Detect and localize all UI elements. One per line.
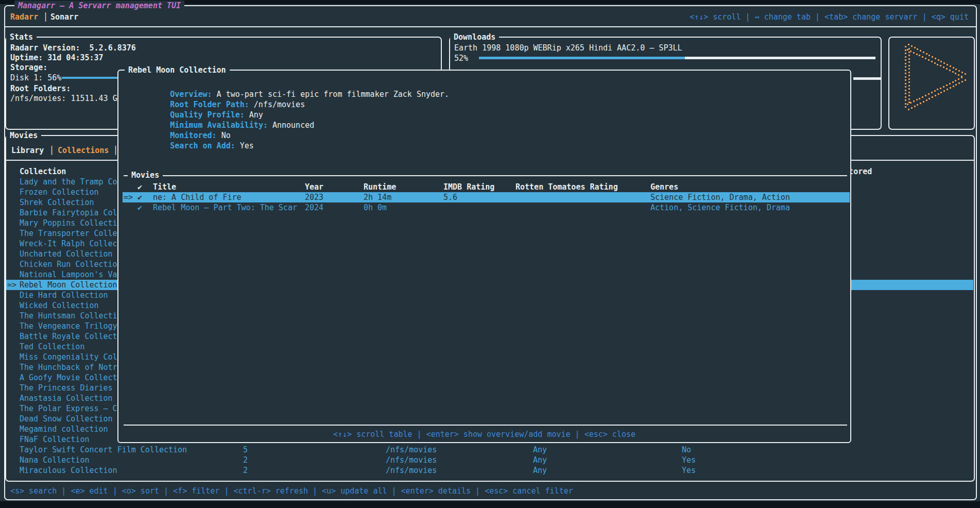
movie-genres: Action, Science Fiction, Drama bbox=[650, 202, 790, 213]
download-item-title: Earth 1998 1080p WEBRip x265 Hindi AAC2.… bbox=[454, 43, 682, 53]
app-title: Managarr – A Servarr management TUI bbox=[14, 1, 184, 11]
movie-title: ne: A Child of Fire bbox=[153, 192, 242, 202]
help-keybindings: <s> search | <e> edit | <o> sort | <f> f… bbox=[10, 486, 573, 496]
download-progress-fill bbox=[479, 57, 685, 59]
top-keybindings: <↑↓> scroll | ↔ change tab | <tab> chang… bbox=[690, 12, 969, 22]
movie-genres: Science Fiction, Drama, Action bbox=[650, 192, 790, 202]
download2-progress-fragment bbox=[853, 77, 881, 80]
uptime: Uptime: 31d 04:35:37 bbox=[10, 53, 104, 63]
terminal-stage: Managarr – A Servarr management TUI Rada… bbox=[0, 4, 980, 501]
movie-title: Rebel Moon – Part Two: The Scar bbox=[153, 202, 297, 213]
movie-year: 2024 bbox=[305, 202, 323, 213]
tab-radarr[interactable]: Radarr bbox=[10, 12, 38, 22]
collection-details-modal: Rebel Moon Collection Overview:A two-par… bbox=[117, 70, 851, 443]
downloads-panel-title: Downloads bbox=[450, 32, 499, 42]
download-progress-bar bbox=[479, 57, 875, 59]
header-divider bbox=[4, 26, 977, 27]
monitored-check-icon: ✔ bbox=[137, 202, 142, 213]
stats-panel-title: Stats bbox=[6, 32, 37, 42]
logo-panel bbox=[888, 37, 975, 130]
movie-runtime: 2h 14m bbox=[364, 192, 391, 202]
movies-panel-title: Movies bbox=[6, 130, 41, 141]
disk-usage-label: Disk 1: 56% bbox=[10, 73, 61, 83]
play-triangle-logo-icon bbox=[889, 38, 974, 129]
storage-label: Storage: bbox=[10, 62, 47, 73]
tab-collections[interactable]: Collections bbox=[58, 145, 109, 156]
movie-runtime: 0h 0m bbox=[364, 202, 387, 213]
root-folders-label: Root Folders: bbox=[10, 83, 71, 94]
tab-separator: │ bbox=[43, 12, 48, 22]
modal-footer-divider bbox=[124, 425, 847, 426]
radarr-version: Radarr Version: 5.2.6.8376 bbox=[10, 43, 136, 53]
movie-row[interactable]: ✔ Rebel Moon – Part Two: The Scar 2024 0… bbox=[123, 202, 850, 213]
movie-year: 2023 bbox=[305, 192, 323, 202]
movie-row[interactable]: => ✔ ne: A Child of Fire 2023 2h 14m 5.6… bbox=[123, 192, 850, 202]
modal-footer-keybindings: <↑↓> scroll table | <enter> show overvie… bbox=[118, 429, 850, 439]
tab-sonarr[interactable]: Sonarr bbox=[50, 12, 78, 22]
selection-marker: => bbox=[124, 192, 133, 202]
download-item-percent: 52% bbox=[454, 53, 468, 63]
monitored-check-icon: ✔ bbox=[137, 192, 142, 202]
column-header-collection: Collection bbox=[20, 166, 66, 177]
tab-library[interactable]: Library bbox=[11, 145, 44, 156]
modal-movies-table: => ✔ ne: A Child of Fire 2023 2h 14m 5.6… bbox=[118, 71, 850, 225]
root-folder-value: /nfs/movies: 11511.43 GB bbox=[10, 93, 122, 104]
tab-separator: │ bbox=[49, 145, 54, 156]
managarr-screen: { "colors":{"accent_blue":"#4aa0d8","hig… bbox=[0, 0, 980, 508]
movie-imdb-rating: 5.6 bbox=[443, 192, 457, 202]
